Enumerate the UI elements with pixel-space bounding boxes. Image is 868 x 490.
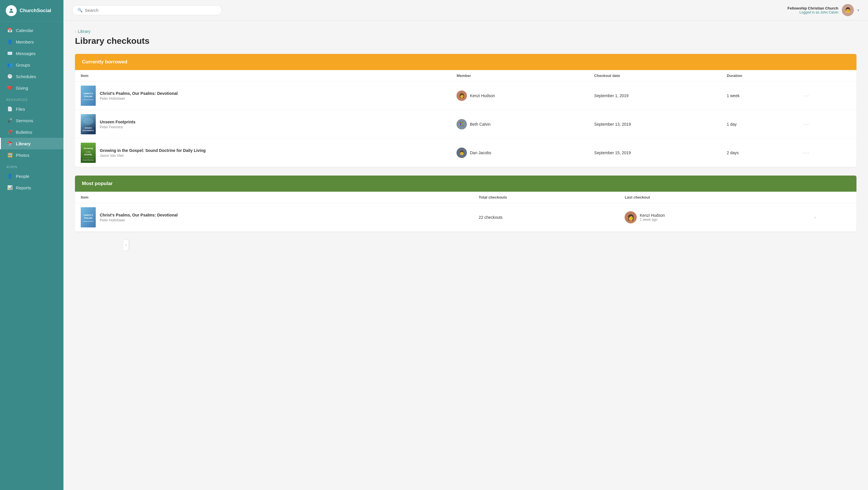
item-title: Christ's Psalms, Our Psalms: Devotional (100, 91, 178, 96)
search-bar[interactable]: 🔍 (72, 5, 222, 15)
schedules-icon: 🕐 (7, 74, 12, 79)
sidebar-item-people[interactable]: 👤 People (0, 170, 63, 182)
sidebar-item-photos[interactable]: 🖼️ Photos (0, 149, 63, 161)
member-avatar: 👫 (457, 119, 467, 129)
col-member: Member (451, 70, 588, 81)
sidebar-item-schedules[interactable]: 🕐 Schedules (0, 71, 63, 82)
last-checkout-info: Kenzi Hudson 1 week ago (640, 213, 665, 222)
last-checkout-time: 1 week ago (640, 218, 665, 222)
sidebar-label-people: People (16, 174, 29, 179)
svg-text:CHRIST'S: CHRIST'S (84, 93, 93, 95)
item-cell: CHRIST'S PSALMS Christ's Psalms, Our Psa… (81, 86, 445, 106)
more-button[interactable]: ··· (801, 149, 851, 157)
svg-rect-21 (83, 221, 93, 222)
item-cell: UNSEEN FOOTPRINTS Unseen Footprints Pete… (81, 114, 445, 134)
sidebar-collapse-button[interactable]: ‹ (123, 240, 129, 250)
groups-icon: 👥 (7, 62, 12, 67)
user-avatar: 👨 (842, 4, 854, 16)
breadcrumb-parent[interactable]: Library (78, 29, 90, 34)
member-name: Beth Calvin (470, 122, 491, 127)
sidebar-item-bulletins[interactable]: 📌 Bulletins (0, 126, 63, 138)
breadcrumb-arrow: ‹ (75, 29, 76, 34)
sidebar-logo-text: ChurchSocial (20, 8, 51, 13)
book-cover: Growing in the GOSPEL Sound Doctrine (81, 143, 96, 163)
sidebar-item-calendar[interactable]: 📅 Calendar (0, 25, 63, 36)
checkout-date: September 15, 2019 (589, 139, 721, 167)
calendar-icon: 📅 (7, 28, 12, 33)
messages-icon: ✉️ (7, 51, 12, 56)
svg-rect-5 (83, 99, 93, 100)
sidebar-item-groups[interactable]: 👥 Groups (0, 59, 63, 71)
table-row: CHRIST'S PSALMS Christ's Psalms, Our Psa… (75, 81, 857, 110)
member-name: Dan Jacobs (470, 151, 491, 155)
files-icon: 📄 (7, 106, 12, 111)
last-checkout-avatar: 👩 (625, 211, 637, 223)
sidebar-item-sermons[interactable]: 🎤 Sermons (0, 115, 63, 126)
pop-col-checkouts: Total checkouts (473, 192, 619, 203)
item-info: Christ's Psalms, Our Psalms: Devotional … (100, 91, 178, 101)
sidebar-main-nav: 📅 Calendar 👤 Members ✉️ Messages 👥 Group… (0, 22, 63, 196)
sidebar-item-files[interactable]: 📄 Files (0, 103, 63, 115)
col-duration: Duration (721, 70, 795, 81)
member-cell: 👩 Kenzi Hudson (457, 91, 583, 101)
giving-icon: ❤️ (7, 85, 12, 91)
admin-section-label: ADMIN (0, 161, 63, 170)
user-dropdown-arrow[interactable]: ▾ (857, 8, 859, 12)
item-info: Growing in the Gospel: Sound Doctrine fo… (100, 148, 206, 158)
sidebar-item-library[interactable]: 📚 Library (0, 138, 63, 149)
currently-borrowed-title: Currently borrowed (82, 59, 127, 65)
sidebar-label-messages: Messages (16, 51, 35, 56)
svg-rect-15 (83, 158, 93, 158)
item-author: Peter Holtvlüwer (100, 218, 178, 222)
svg-text:Sound Doctrine: Sound Doctrine (83, 159, 93, 161)
sidebar-logo[interactable]: ChurchSocial (0, 0, 63, 22)
currently-borrowed-header: Currently borrowed (75, 54, 857, 70)
svg-text:in the: in the (86, 151, 91, 153)
most-popular-card: Most popular Item Total checkouts Last c… (75, 175, 857, 232)
pop-col-item: Item (75, 192, 473, 203)
item-info: Unseen Footprints Peter Feenstra (100, 120, 135, 129)
item-title: Christ's Psalms, Our Psalms: Devotional (100, 213, 178, 217)
svg-text:PSALMS: PSALMS (84, 95, 93, 97)
page-content: ‹ Library Library checkouts Currently bo… (63, 21, 868, 490)
book-cover: UNSEEN FOOTPRINTS (81, 114, 96, 134)
svg-text:PSALMS: PSALMS (84, 217, 93, 219)
item-cell: Growing in the GOSPEL Sound Doctrine (81, 143, 445, 163)
sidebar-item-giving[interactable]: ❤️ Giving (0, 82, 63, 94)
sidebar-item-reports[interactable]: 📊 Reports (0, 182, 63, 193)
search-input[interactable] (85, 8, 217, 13)
col-item: Item (75, 70, 451, 81)
sidebar-item-messages[interactable]: ✉️ Messages (0, 47, 63, 59)
reports-icon: 📊 (7, 185, 12, 190)
member-cell: 👨 Dan Jacobs (457, 148, 583, 158)
more-button[interactable]: ··· (801, 92, 851, 100)
user-area[interactable]: Fellowship Christian Church Logged in as… (787, 4, 859, 16)
sidebar-label-library: Library (16, 141, 31, 146)
checkout-table: Item Member Checkout date Duration (75, 70, 857, 167)
svg-text:Growing: Growing (84, 147, 93, 150)
last-checkout-name: Kenzi Hudson (640, 213, 665, 218)
more-button[interactable]: ··· (801, 120, 851, 129)
svg-text:FOOTPRINTS: FOOTPRINTS (83, 130, 94, 131)
table-row[interactable]: CHRIST'S PSALMS Christ's Psalms, Our Psa… (75, 203, 857, 232)
sidebar-label-schedules: Schedules (16, 74, 36, 79)
member-avatar: 👩 (457, 91, 467, 101)
currently-borrowed-card: Currently borrowed Item Member Checkout … (75, 54, 857, 167)
sidebar-label-sermons: Sermons (16, 118, 33, 123)
logo-icon (6, 5, 17, 16)
svg-point-0 (10, 9, 12, 11)
item-author: Jason Van Vliet (100, 154, 206, 158)
people-icon: 👤 (7, 173, 12, 179)
library-icon: 📚 (7, 141, 12, 146)
member-cell: 👫 Beth Calvin (457, 119, 583, 129)
search-icon: 🔍 (78, 8, 83, 12)
avatar-image: 👨 (845, 7, 851, 13)
sidebar-item-members[interactable]: 👤 Members (0, 36, 63, 47)
sidebar-label-groups: Groups (16, 63, 30, 67)
user-church-name: Fellowship Christian Church (787, 6, 838, 10)
pop-col-last: Last checkout (619, 192, 808, 203)
item-title: Growing in the Gospel: Sound Doctrine fo… (100, 148, 206, 153)
checkout-date: September 1, 2019 (589, 81, 721, 110)
sidebar-label-giving: Giving (16, 86, 28, 91)
resources-section-label: RESOURCES (0, 94, 63, 103)
